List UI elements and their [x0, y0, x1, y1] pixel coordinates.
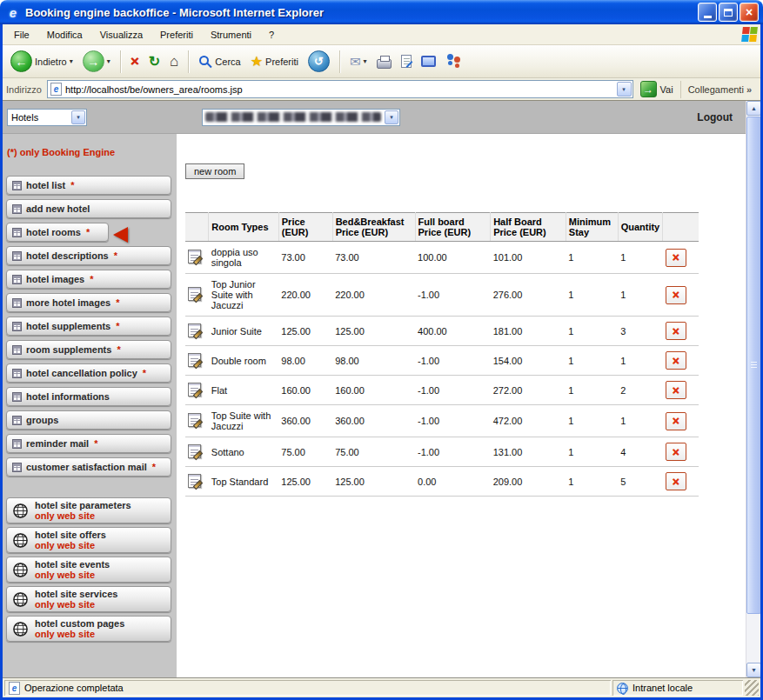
logout-link[interactable]: Logout [697, 111, 733, 123]
stop-icon: × [131, 54, 139, 69]
edit-row-icon[interactable] [188, 353, 201, 367]
cell-price: 73.00 [278, 242, 332, 274]
sidebar-item-hotel-site-offers[interactable]: hotel site offers only web site [6, 527, 171, 553]
close-button[interactable]: × [740, 3, 759, 22]
booking-engine-note: (*) only Booking Engine [7, 147, 177, 157]
menu-help[interactable]: ? [260, 26, 283, 43]
resize-grip[interactable] [745, 680, 759, 696]
stop-button[interactable]: × [128, 52, 142, 70]
sidebar-item-hotel-rooms[interactable]: hotel rooms * [6, 223, 109, 242]
cell-bb-price: 125.00 [332, 467, 415, 497]
col-delete [663, 213, 699, 242]
cell-half-board: 272.00 [491, 376, 566, 405]
sidebar-item-room-supplements[interactable]: room supplements * [6, 340, 171, 359]
cell-half-board: 101.00 [491, 242, 566, 274]
edit-button[interactable] [398, 53, 414, 70]
sidebar-item-hotel-site-services[interactable]: hotel site services only web site [6, 586, 171, 612]
mail-button[interactable]: ✉ ▾ [347, 53, 370, 70]
fullscreen-button[interactable] [418, 54, 438, 69]
cell-price: 98.00 [278, 346, 332, 376]
sidebar-item-groups[interactable]: groups [6, 410, 171, 430]
delete-row-button[interactable]: × [666, 443, 686, 461]
delete-row-button[interactable]: × [666, 322, 686, 340]
delete-row-button[interactable]: × [666, 381, 686, 399]
sidebar-item-reminder-mail[interactable]: reminder mail * [6, 434, 171, 453]
hotels-select[interactable]: Hotels ▾ [7, 109, 87, 126]
delete-row-button[interactable]: × [666, 249, 686, 267]
sidebar-item-hotel-cancellation-policy[interactable]: hotel cancellation policy * [6, 363, 171, 383]
minimize-button[interactable] [698, 3, 717, 22]
delete-row-button[interactable]: × [666, 412, 686, 430]
sidebar-item-more-hotel-images[interactable]: more hotel images * [6, 293, 171, 312]
messenger-button[interactable] [443, 52, 465, 70]
col-quantity: Quantity [618, 213, 663, 242]
sidebar-item-add-new-hotel[interactable]: add new hotel [6, 199, 171, 218]
edit-row-icon[interactable] [188, 250, 201, 263]
mail-dropdown-icon: ▾ [364, 57, 367, 65]
links-button[interactable]: Collegamenti » [680, 81, 757, 98]
grid-icon [12, 369, 22, 378]
sidebar-item-hotel-site-events[interactable]: hotel site events only web site [6, 557, 171, 583]
delete-row-button[interactable]: × [666, 286, 686, 304]
menu-visualizza[interactable]: Visualizza [91, 26, 151, 43]
delete-row-button[interactable]: × [666, 351, 686, 370]
forward-button[interactable]: → ▾ [80, 49, 113, 74]
scroll-down-button[interactable]: ▼ [746, 663, 760, 677]
sidebar-item-hotel-images[interactable]: hotel images * [6, 270, 171, 289]
sidebar-item-customer-satisfaction-mail[interactable]: customer satisfaction mail * [6, 457, 171, 477]
sidebar-item-hotel-descriptions[interactable]: hotel descriptions * [6, 246, 171, 265]
table-row: Flat 160.00 160.00 -1.00 272.00 1 2 × [185, 376, 699, 405]
cell-half-board: 209.00 [491, 467, 566, 497]
scrollbar-thumb[interactable] [746, 117, 760, 614]
vertical-scrollbar[interactable]: ▲ ▼ [746, 101, 760, 677]
cell-price: 125.00 [278, 317, 332, 346]
col-bb-price: Bed&Breakfast Price (EUR) [332, 213, 415, 242]
sidebar-item-hotel-supplements[interactable]: hotel supplements * [6, 317, 171, 336]
maximize-button[interactable] [719, 3, 738, 22]
cell-bb-price: 98.00 [332, 346, 415, 376]
back-button[interactable]: ← Indietro ▾ [8, 49, 76, 74]
refresh-button[interactable]: ↻ [146, 53, 163, 70]
address-dropdown-button[interactable]: ▾ [617, 82, 632, 97]
menu-preferiti[interactable]: Preferiti [151, 26, 202, 43]
col-edit [185, 213, 209, 242]
delete-row-button[interactable]: × [666, 472, 686, 490]
edit-row-icon[interactable] [188, 413, 201, 427]
grid-icon [12, 181, 22, 190]
sidebar-item-hotel-informations[interactable]: hotel informations [6, 387, 171, 406]
menu-file[interactable]: File [5, 26, 38, 43]
cell-room-type: Top Suite with Jacuzzi [209, 405, 278, 437]
new-room-button[interactable]: new room [185, 163, 244, 179]
sidebar-item-hotel-site-parameters[interactable]: hotel site parameters only web site [6, 497, 171, 523]
search-button[interactable]: Cerca [196, 54, 243, 70]
favorites-star-icon: ★ [251, 55, 263, 69]
ie-page-icon: e [50, 83, 62, 96]
cell-full-board: 400.00 [415, 317, 491, 346]
history-button[interactable]: ↺ [305, 49, 332, 74]
edit-row-icon[interactable] [188, 474, 201, 488]
sidebar-item-hotel-list[interactable]: hotel list * [6, 176, 171, 195]
cell-min-stay: 1 [566, 242, 618, 274]
address-input[interactable]: e http://localhost/be/owners_area/rooms.… [47, 80, 633, 98]
menu-modifica[interactable]: Modifica [38, 26, 91, 43]
favorites-button[interactable]: ★ Preferiti [248, 53, 301, 70]
edit-row-icon[interactable] [188, 287, 201, 301]
grid-icon [12, 392, 22, 402]
address-url[interactable]: http://localhost/be/owners_area/rooms.js… [65, 84, 613, 95]
home-button[interactable]: ⌂ [167, 52, 181, 70]
edit-row-icon[interactable] [188, 383, 201, 397]
grid-icon [12, 345, 22, 355]
cell-half-board: 276.00 [491, 274, 566, 317]
sidebar-item-hotel-custom-pages[interactable]: hotel custom pages only web site [6, 616, 171, 642]
scroll-up-button[interactable]: ▲ [746, 101, 760, 116]
hotel-name-select[interactable]: ▾ [202, 109, 400, 126]
go-button[interactable]: → Vai [639, 81, 675, 97]
home-icon: ⌂ [170, 54, 178, 69]
current-page-arrow-icon [113, 227, 128, 243]
edit-row-icon[interactable] [188, 323, 201, 337]
edit-row-icon[interactable] [188, 444, 201, 458]
menu-strumenti[interactable]: Strumenti [202, 26, 260, 43]
print-button[interactable] [374, 53, 394, 70]
page-viewport: ▲ ▼ Hotels ▾ ▾ Logout [3, 101, 760, 677]
table-row: Junior Suite 125.00 125.00 400.00 181.00… [185, 317, 699, 346]
